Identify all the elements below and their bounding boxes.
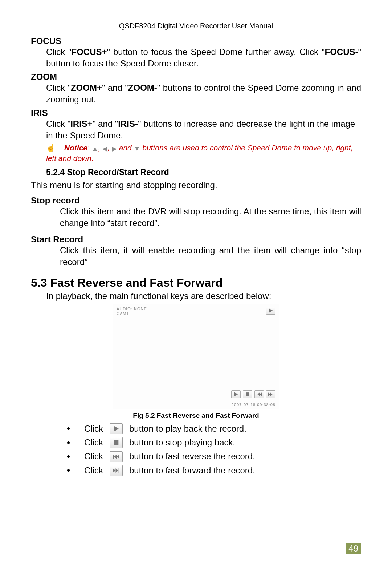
up-triangle-icon: ▲	[92, 145, 98, 153]
page-header: QSDF8204 Digital Video Recorder User Man…	[31, 22, 361, 32]
figure-container: AUDIO: NONE CAM1 2007-07-18 09:38:08 Fig…	[113, 304, 279, 420]
play-icon	[113, 425, 119, 432]
svg-marker-9	[114, 426, 119, 431]
screenshot-stop-button[interactable]	[243, 390, 252, 398]
svg-marker-13	[117, 455, 120, 459]
notice-sep4: and	[117, 144, 134, 152]
play-icon	[233, 392, 238, 397]
notice-label: Notice	[64, 144, 87, 152]
stop-record-body: Click this item and the DVR will stop re…	[60, 206, 361, 229]
screenshot-audio-label: AUDIO: NONE	[117, 307, 147, 311]
svg-marker-7	[270, 392, 273, 396]
iris-text-2: " and "	[93, 119, 118, 129]
bullet-fast-reverse: Click button to fast reverse the record.	[67, 449, 361, 463]
zoom-paragraph: Click "ZOOM+" and "ZOOM-" buttons to con…	[46, 82, 361, 106]
screenshot-play-indicator[interactable]	[266, 307, 275, 315]
notice-block: ☝ Notice: ▲, ◀, ▶ and ▼ buttons are used…	[46, 143, 361, 163]
bullet-dot-icon	[67, 427, 70, 430]
bullet-stop-post: button to stop playing back.	[129, 436, 235, 449]
bullet-dot-icon	[67, 455, 70, 458]
iris-text-1: Click "	[46, 119, 70, 129]
screenshot-play-button[interactable]	[231, 390, 241, 398]
screenshot-controls	[231, 390, 275, 398]
hand-icon: ☝	[46, 144, 56, 152]
playback-bullet-list: Click button to play back the record. Cl…	[67, 422, 361, 478]
svg-marker-15	[116, 468, 119, 473]
screenshot-fast-reverse-button[interactable]	[254, 390, 264, 398]
notice-sep2: ,	[98, 144, 103, 152]
bullet-frev-pre: Click	[84, 449, 103, 463]
fast-forward-icon	[113, 467, 119, 474]
svg-rect-8	[273, 392, 273, 396]
focus-paragraph: Click "FOCUS+" button to focus the Speed…	[46, 46, 361, 70]
play-button[interactable]	[110, 423, 123, 434]
bullet-ffwd-post: button to fast forward the record.	[129, 464, 255, 477]
stop-record-heading: Stop record	[31, 195, 361, 206]
svg-rect-16	[119, 468, 119, 473]
svg-marker-1	[234, 392, 238, 396]
start-record-body: Click this item, it will enable recordin…	[60, 245, 361, 268]
bullet-stop-pre: Click	[84, 436, 103, 449]
bullet-play-post: button to play back the record.	[129, 422, 246, 436]
zoom-text-1: Click "	[46, 83, 71, 93]
right-triangle-icon: ▶	[112, 145, 117, 153]
section-524-heading: 5.2.4 Stop Record/Start Record	[46, 168, 361, 177]
fast-reverse-icon	[257, 392, 262, 397]
notice-sep1: :	[87, 144, 92, 152]
iris-plus-label: IRIS+	[70, 119, 93, 129]
focus-heading: FOCUS	[31, 36, 361, 46]
zoom-heading: ZOOM	[31, 72, 361, 82]
svg-marker-4	[257, 392, 260, 396]
stop-button[interactable]	[110, 437, 123, 448]
bullet-play: Click button to play back the record.	[67, 422, 361, 436]
svg-rect-3	[257, 392, 257, 396]
start-record-heading: Start Record	[31, 234, 361, 245]
svg-marker-14	[113, 468, 116, 473]
zoom-minus-label: ZOOM-	[128, 83, 157, 93]
figure-caption: Fig 5.2 Fast Reverse and Fast Forward	[113, 412, 279, 420]
down-triangle-icon: ▼	[134, 145, 140, 153]
focus-text-2: " button to focus the Speed Dome further…	[107, 47, 325, 57]
focus-plus-label: FOCUS+	[72, 47, 107, 57]
fast-forward-button[interactable]	[110, 465, 123, 476]
zoom-plus-label: ZOOM+	[71, 83, 102, 93]
iris-heading: IRIS	[31, 108, 361, 118]
svg-marker-12	[114, 455, 117, 459]
focus-minus-label: FOCUS-	[324, 47, 358, 57]
bullet-ffwd-pre: Click	[84, 464, 103, 477]
stop-icon	[245, 392, 250, 397]
play-icon	[268, 308, 273, 313]
svg-marker-0	[269, 308, 273, 312]
section-53-intro: In playback, the main functional keys ar…	[46, 291, 361, 301]
svg-rect-11	[113, 455, 114, 459]
bullet-frev-post: button to fast reverse the record.	[129, 449, 255, 463]
stop-icon	[113, 439, 119, 446]
svg-rect-10	[114, 440, 119, 445]
screenshot-cam-label: CAM1	[117, 311, 147, 316]
fast-forward-icon	[268, 392, 273, 397]
page-number: 49	[346, 543, 361, 554]
playback-screenshot: AUDIO: NONE CAM1 2007-07-18 09:38:08	[113, 304, 279, 409]
screenshot-timestamp: 2007-07-18 09:38:08	[232, 403, 275, 407]
fast-reverse-button[interactable]	[110, 451, 123, 462]
bullet-dot-icon	[67, 441, 70, 444]
section-524-intro: This menu is for starting and stopping r…	[31, 180, 361, 190]
svg-marker-6	[268, 392, 270, 396]
screenshot-top-right	[266, 307, 275, 315]
notice-sep3: ,	[107, 144, 112, 152]
iris-paragraph: Click "IRIS+" and "IRIS-" buttons to inc…	[46, 118, 361, 142]
bullet-fast-forward: Click button to fast forward the record.	[67, 464, 361, 477]
screenshot-top-left: AUDIO: NONE CAM1	[117, 307, 147, 316]
left-triangle-icon: ◀	[102, 145, 107, 153]
screenshot-fast-forward-button[interactable]	[266, 390, 275, 398]
bullet-dot-icon	[67, 469, 70, 472]
focus-text-1: Click "	[46, 47, 72, 57]
fast-reverse-icon	[113, 453, 119, 460]
bullet-stop: Click button to stop playing back.	[67, 436, 361, 449]
bullet-play-pre: Click	[84, 422, 103, 436]
section-53-heading: 5.3 Fast Reverse and Fast Forward	[31, 276, 361, 290]
zoom-text-2: " and "	[102, 83, 128, 93]
svg-rect-2	[246, 392, 249, 396]
svg-marker-5	[260, 392, 262, 396]
iris-minus-label: IRIS-	[118, 119, 138, 129]
